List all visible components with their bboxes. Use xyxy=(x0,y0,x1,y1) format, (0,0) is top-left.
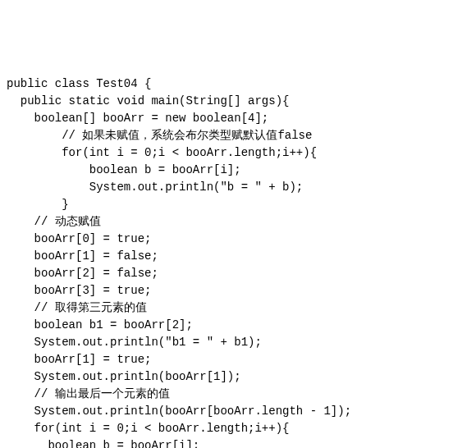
code-line: for(int i = 0;i < booArr.length;i++){ xyxy=(7,420,469,437)
code-line: public static void main(String[] args){ xyxy=(7,93,469,110)
code-line: // 输出最后一个元素的值 xyxy=(7,386,469,403)
code-line: booArr[0] = true; xyxy=(7,231,469,248)
code-line: System.out.println(booArr[booArr.length … xyxy=(7,403,469,420)
code-line: public class Test04 { xyxy=(7,75,469,93)
code-line: System.out.println("b1 = " + b1); xyxy=(7,334,469,351)
code-line: booArr[1] = true; xyxy=(7,351,469,368)
code-line: } xyxy=(7,196,469,213)
code-block: public class Test04 { public static void… xyxy=(7,75,469,448)
code-line: booArr[3] = true; xyxy=(7,282,469,299)
code-line: booArr[2] = false; xyxy=(7,265,469,282)
code-line: // 动态赋值 xyxy=(7,213,469,231)
code-line: // 取得第三元素的值 xyxy=(7,299,469,317)
code-line: boolean b1 = booArr[2]; xyxy=(7,317,469,334)
code-line: // 如果未赋值，系统会布尔类型赋默认值false xyxy=(7,127,469,144)
code-line: booArr[1] = false; xyxy=(7,248,469,265)
code-line: boolean b = booArr[i]; xyxy=(7,437,469,448)
code-line: boolean[] booArr = new boolean[4]; xyxy=(7,110,469,127)
code-line: for(int i = 0;i < booArr.length;i++){ xyxy=(7,144,469,162)
code-line: boolean b = booArr[i]; xyxy=(7,162,469,179)
code-line: System.out.println(booArr[1]); xyxy=(7,368,469,386)
code-line: System.out.println("b = " + b); xyxy=(7,179,469,196)
